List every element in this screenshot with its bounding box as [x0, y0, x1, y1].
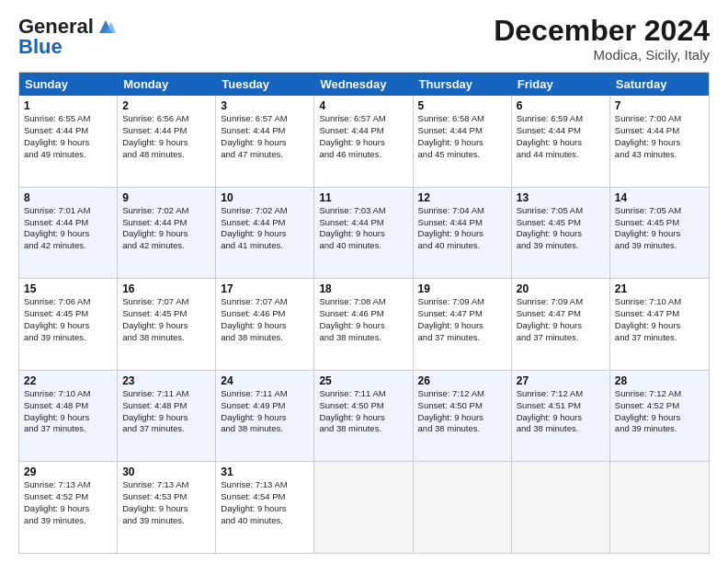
calendar: SundayMondayTuesdayWednesdayThursdayFrid… — [18, 72, 710, 554]
cell-line: Daylight: 9 hours — [24, 503, 112, 515]
day-number: 17 — [221, 282, 309, 295]
day-number: 19 — [418, 282, 506, 295]
header-day-wednesday: Wednesday — [314, 73, 413, 96]
day-number: 3 — [221, 99, 309, 112]
cell-line: Sunset: 4:44 PM — [24, 125, 112, 137]
cell-line: Sunrise: 7:06 AM — [24, 296, 112, 308]
day-number: 10 — [221, 191, 309, 204]
day-number: 7 — [615, 99, 704, 112]
cell-line: Daylight: 9 hours — [122, 412, 210, 424]
day-cell-19: 19Sunrise: 7:09 AMSunset: 4:47 PMDayligh… — [414, 279, 512, 370]
cell-line: Daylight: 9 hours — [319, 137, 407, 149]
day-number: 29 — [24, 465, 112, 478]
day-cell-29: 29Sunrise: 7:13 AMSunset: 4:52 PMDayligh… — [19, 462, 118, 553]
cell-line: Sunset: 4:47 PM — [517, 308, 605, 320]
day-number: 2 — [122, 99, 210, 112]
day-number: 26 — [418, 374, 506, 387]
cell-line: Sunset: 4:48 PM — [122, 400, 210, 412]
cell-line: and 41 minutes. — [221, 240, 309, 252]
cell-line: Sunset: 4:44 PM — [221, 125, 309, 137]
cell-line: Sunset: 4:50 PM — [319, 400, 407, 412]
day-cell-17: 17Sunrise: 7:07 AMSunset: 4:46 PMDayligh… — [216, 279, 314, 370]
cell-line: Sunrise: 7:12 AM — [517, 388, 605, 400]
cell-line: Daylight: 9 hours — [517, 320, 605, 332]
cell-line: Daylight: 9 hours — [319, 412, 407, 424]
day-number: 18 — [319, 282, 407, 295]
header-day-saturday: Saturday — [610, 73, 709, 96]
day-cell-20: 20Sunrise: 7:09 AMSunset: 4:47 PMDayligh… — [512, 279, 610, 370]
cell-line: and 47 minutes. — [221, 149, 309, 161]
cell-line: Sunrise: 7:13 AM — [122, 479, 210, 491]
cell-line: Sunrise: 7:02 AM — [122, 205, 210, 217]
day-number: 12 — [418, 191, 506, 204]
day-cell-27: 27Sunrise: 7:12 AMSunset: 4:51 PMDayligh… — [512, 371, 610, 462]
day-cell-12: 12Sunrise: 7:04 AMSunset: 4:44 PMDayligh… — [414, 188, 512, 279]
cell-line: Sunrise: 7:04 AM — [418, 205, 506, 217]
cell-line: Daylight: 9 hours — [319, 228, 407, 240]
page: General Blue December 2024 Modica, Sicil… — [0, 0, 728, 563]
cell-line: Sunrise: 6:57 AM — [319, 113, 407, 125]
cell-line: Sunset: 4:45 PM — [122, 308, 210, 320]
cell-line: Sunrise: 7:10 AM — [615, 296, 704, 308]
cell-line: and 39 minutes. — [24, 332, 112, 344]
cell-line: and 38 minutes. — [319, 423, 407, 435]
cell-line: and 38 minutes. — [319, 332, 407, 344]
cell-line: Sunset: 4:54 PM — [221, 491, 309, 503]
cell-line: Daylight: 9 hours — [418, 228, 506, 240]
cell-line: and 38 minutes. — [221, 332, 309, 344]
cell-line: Daylight: 9 hours — [24, 137, 112, 149]
cell-line: and 38 minutes. — [517, 423, 605, 435]
day-cell-13: 13Sunrise: 7:05 AMSunset: 4:45 PMDayligh… — [512, 188, 610, 279]
cell-line: Sunset: 4:53 PM — [122, 491, 210, 503]
empty-cell — [314, 462, 413, 553]
cell-line: Sunrise: 7:11 AM — [319, 388, 407, 400]
cell-line: Sunrise: 7:05 AM — [615, 205, 704, 217]
calendar-row-0: 1Sunrise: 6:55 AMSunset: 4:44 PMDaylight… — [19, 96, 709, 187]
cell-line: Sunrise: 6:58 AM — [418, 113, 506, 125]
cell-line: and 46 minutes. — [319, 149, 407, 161]
day-cell-28: 28Sunrise: 7:12 AMSunset: 4:52 PMDayligh… — [610, 371, 709, 462]
day-cell-25: 25Sunrise: 7:11 AMSunset: 4:50 PMDayligh… — [314, 371, 413, 462]
cell-line: Sunrise: 7:10 AM — [24, 388, 112, 400]
cell-line: Sunset: 4:47 PM — [615, 308, 704, 320]
day-cell-16: 16Sunrise: 7:07 AMSunset: 4:45 PMDayligh… — [118, 279, 216, 370]
day-cell-11: 11Sunrise: 7:03 AMSunset: 4:44 PMDayligh… — [314, 188, 413, 279]
title-block: December 2024 Modica, Sicily, Italy — [494, 15, 710, 63]
empty-cell — [610, 462, 709, 553]
logo: General Blue — [18, 15, 116, 59]
header-day-monday: Monday — [118, 73, 216, 96]
cell-line: Daylight: 9 hours — [517, 412, 605, 424]
day-number: 30 — [122, 465, 210, 478]
cell-line: Sunrise: 6:56 AM — [122, 113, 210, 125]
cell-line: Sunrise: 7:01 AM — [24, 205, 112, 217]
cell-line: Sunset: 4:47 PM — [418, 308, 506, 320]
cell-line: Sunset: 4:44 PM — [221, 217, 309, 229]
cell-line: Sunset: 4:49 PM — [221, 400, 309, 412]
day-cell-4: 4Sunrise: 6:57 AMSunset: 4:44 PMDaylight… — [314, 96, 413, 187]
calendar-header: SundayMondayTuesdayWednesdayThursdayFrid… — [19, 73, 709, 96]
empty-cell — [512, 462, 610, 553]
cell-line: Sunrise: 7:12 AM — [418, 388, 506, 400]
cell-line: Daylight: 9 hours — [221, 412, 309, 424]
day-cell-18: 18Sunrise: 7:08 AMSunset: 4:46 PMDayligh… — [314, 279, 413, 370]
cell-line: Daylight: 9 hours — [418, 137, 506, 149]
cell-line: Sunrise: 6:55 AM — [24, 113, 112, 125]
cell-line: and 39 minutes. — [122, 515, 210, 527]
cell-line: Sunrise: 7:09 AM — [517, 296, 605, 308]
day-cell-23: 23Sunrise: 7:11 AMSunset: 4:48 PMDayligh… — [118, 371, 216, 462]
day-number: 4 — [319, 99, 407, 112]
cell-line: Daylight: 9 hours — [24, 320, 112, 332]
cell-line: Daylight: 9 hours — [221, 320, 309, 332]
cell-line: and 48 minutes. — [122, 149, 210, 161]
day-cell-14: 14Sunrise: 7:05 AMSunset: 4:45 PMDayligh… — [610, 188, 709, 279]
day-cell-26: 26Sunrise: 7:12 AMSunset: 4:50 PMDayligh… — [414, 371, 512, 462]
cell-line: Daylight: 9 hours — [517, 137, 605, 149]
day-cell-9: 9Sunrise: 7:02 AMSunset: 4:44 PMDaylight… — [118, 188, 216, 279]
day-cell-10: 10Sunrise: 7:02 AMSunset: 4:44 PMDayligh… — [216, 188, 314, 279]
day-number: 25 — [319, 374, 407, 387]
cell-line: Sunrise: 6:57 AM — [221, 113, 309, 125]
cell-line: Sunrise: 7:11 AM — [221, 388, 309, 400]
cell-line: Daylight: 9 hours — [517, 228, 605, 240]
cell-line: Sunset: 4:44 PM — [418, 217, 506, 229]
calendar-body: 1Sunrise: 6:55 AMSunset: 4:44 PMDaylight… — [19, 96, 709, 553]
